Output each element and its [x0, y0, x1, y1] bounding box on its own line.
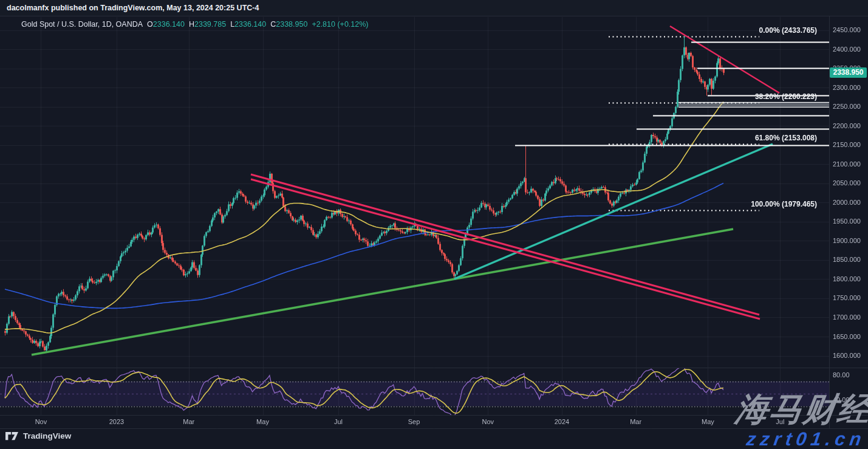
time-axis-label: Jul: [334, 418, 343, 425]
time-axis-label: Nov: [35, 418, 47, 425]
tradingview-brand-text: TradingView: [23, 431, 71, 440]
high-value: 2339.785: [194, 20, 226, 29]
price-axis-label: 1600.000: [833, 352, 861, 359]
change-value: +2.810 (+0.12%): [312, 20, 368, 29]
low-value: 2336.140: [234, 20, 266, 29]
fib-level-label: 61.80% (2153.008): [755, 134, 817, 142]
symbol-title[interactable]: Gold Spot / U.S. Dollar, 1D, OANDA: [21, 20, 143, 29]
fib-level-label: 0.00% (2433.765): [759, 26, 817, 35]
chart-legend[interactable]: Gold Spot / U.S. Dollar, 1D, OANDAO2336.…: [21, 20, 369, 29]
price-axis-label: 2000.000: [833, 199, 861, 206]
price-axis-label: 1900.000: [833, 237, 861, 244]
price-axis-label: 1800.000: [833, 275, 861, 283]
time-axis-label: Mar: [630, 418, 641, 425]
price-axis-label: 2150.000: [833, 141, 861, 148]
close-label: C: [270, 20, 276, 29]
price-chart-canvas[interactable]: [0, 0, 868, 449]
price-axis-label: 1700.000: [833, 314, 861, 321]
open-value: 2336.140: [153, 20, 185, 29]
time-axis-label: Mar: [183, 418, 194, 425]
tradingview-logo-icon: [5, 431, 19, 440]
price-axis-label: 1950.000: [833, 218, 861, 225]
tradingview-chart-window: dacolmanfx published on TradingView.com,…: [0, 0, 868, 449]
price-axis-label: 2100.000: [833, 160, 861, 168]
time-axis-label: Sep: [408, 418, 420, 425]
publish-text: dacolmanfx published on TradingView.com,…: [7, 4, 259, 12]
price-axis-label: 1750.000: [833, 294, 861, 301]
time-axis-label: May: [702, 418, 714, 425]
time-axis-label: May: [256, 418, 269, 425]
fib-level-label: 100.00% (1979.465): [751, 200, 817, 208]
high-label: H: [189, 20, 194, 29]
watermark-cn: 海马财经: [733, 388, 868, 432]
close-value: 2338.950: [276, 20, 307, 29]
price-axis-label: 2300.000: [833, 84, 861, 91]
price-axis-label: 2050.000: [833, 179, 861, 187]
last-price-badge: 2338.950: [830, 67, 867, 78]
time-axis-label: 2024: [555, 418, 569, 425]
price-axis-label: 1650.000: [833, 333, 861, 340]
price-axis-label: 2200.000: [833, 122, 861, 129]
open-label: O: [147, 20, 153, 29]
price-axis-label: 2250.000: [833, 103, 861, 110]
time-axis-label: Nov: [482, 418, 494, 425]
price-axis-label: 2400.000: [833, 46, 861, 53]
publish-bar: dacolmanfx published on TradingView.com,…: [0, 0, 868, 16]
watermark-url: zzrt01.cn: [745, 428, 867, 449]
price-axis-label: 2450.000: [833, 26, 861, 33]
price-axis-label: 1850.000: [833, 256, 861, 263]
time-axis-label: 2023: [109, 418, 124, 425]
last-price-text: 2338.950: [833, 68, 863, 77]
rsi-axis-label: 80.00: [833, 371, 850, 379]
fib-level-label: 38.20% (2260.223): [755, 92, 817, 101]
tradingview-attribution[interactable]: TradingView: [5, 431, 71, 440]
